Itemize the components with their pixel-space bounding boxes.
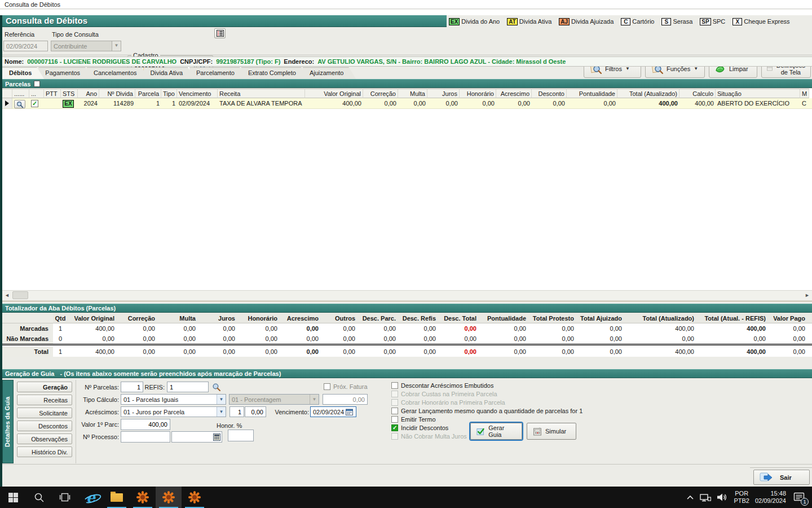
nome-value: 000007116 - LUCIENE RODRIGUES DE CARVALH… [27, 58, 176, 65]
porcentagem-num-input[interactable] [323, 394, 368, 405]
tab-ajuizamento[interactable]: Ajuizamento [303, 67, 356, 79]
legend-item-x: XCheque Express [732, 18, 789, 25]
totalizer-value: 0,00 [529, 323, 577, 334]
language-bottom: PTB2 [734, 497, 749, 505]
option-checkbox-5[interactable]: Emitir Termo [391, 416, 436, 423]
gerar-guia-button[interactable]: Gerar Guia [470, 423, 522, 440]
notification-badge: 1 [801, 498, 809, 506]
task-view-button[interactable] [52, 487, 78, 508]
totalizer-col-header: Acrescimo [281, 313, 322, 323]
acrescimos-valor-input[interactable] [245, 406, 266, 417]
guide-nav-gera-o[interactable]: Geração [17, 382, 72, 392]
sair-button[interactable]: Sair [753, 470, 810, 485]
chevron-down-icon: ▼ [310, 395, 319, 404]
legend-badge: EX [449, 18, 460, 25]
processo-input-1[interactable] [121, 431, 170, 443]
totalizer-col-header: Correção [118, 313, 158, 323]
acrescimos-qtd-input[interactable] [230, 406, 244, 417]
start-button[interactable] [0, 487, 26, 508]
guide-nav-solicitante[interactable]: Solicitante [17, 408, 72, 418]
language-indicator[interactable]: POR PTB2 [734, 490, 749, 505]
totalizer-value: 0,00 [480, 334, 529, 344]
app-button-1[interactable] [130, 487, 156, 508]
tab-extrato-completo[interactable]: Extrato Completo [241, 67, 308, 79]
legend-badge: SP [700, 18, 710, 25]
parcelas-checkbox[interactable] [34, 81, 40, 87]
row-checkbox[interactable]: ✓ [31, 100, 38, 107]
option-checkbox-3[interactable]: Cobrar Honorário na Primeira Parcela [391, 399, 505, 406]
refis-search-button[interactable] [210, 381, 222, 392]
grid-col-header: Total (Atualizado) [617, 89, 679, 98]
vencimento-input[interactable]: 02/09/2024 [310, 406, 356, 417]
app-button-2-active[interactable] [156, 487, 182, 508]
porcentagem-select[interactable]: 01 - Porcentagem ▼ [229, 394, 319, 405]
calculator-icon [213, 433, 220, 441]
windows-logo-icon [8, 493, 18, 502]
simular-button[interactable]: Simular [527, 423, 576, 440]
legend-label: SPC [713, 18, 726, 25]
chevron-up-icon[interactable] [686, 494, 694, 500]
tab-d-bitos[interactable]: Débitos [2, 67, 44, 79]
row-magnifier-button[interactable] [14, 100, 25, 108]
guide-nav-hist-rico-div-[interactable]: Histórico Div. [17, 446, 72, 457]
sair-label: Sair [780, 474, 792, 481]
option-checkbox-4[interactable]: Gerar Lançamento mesmo quando a quantida… [391, 408, 582, 414]
file-explorer-button[interactable] [104, 487, 130, 508]
tab-strip: DébitosPagamentosCancelamentosDivida Ati… [2, 67, 812, 79]
option-checkbox-7[interactable]: Não Cobrar Multa Juros [391, 433, 467, 440]
grid-properties-button[interactable] [214, 28, 226, 38]
legend-label: Divida do Ano [461, 18, 500, 25]
totalizer-col-header: Desc. Total [439, 313, 480, 323]
totalizer-table: QtdValor OriginalCorreçãoMultaJurosHonor… [2, 313, 812, 357]
tab-pagamentos[interactable]: Pagamentos [38, 67, 92, 79]
totalizer-value: 0,00 [239, 334, 281, 344]
action-center-button[interactable]: 1 [792, 490, 806, 505]
totalizer-row-label: Marcadas [2, 323, 53, 334]
valor1-input[interactable] [121, 419, 170, 430]
totalizer-value: 0,00 [529, 347, 577, 357]
page-title: Consulta de Débitos [6, 16, 87, 25]
system-tray: POR PTB2 15:48 02/09/2024 1 [686, 490, 812, 505]
honor-input[interactable] [228, 430, 254, 441]
guide-nav-observa-es[interactable]: Observações [17, 433, 72, 444]
grid-row[interactable]: ✓EX20241142891102/09/2024TAXA DE ALVARA … [2, 98, 812, 109]
tipo-consulta-label: Tipo de Consulta [52, 31, 99, 38]
clock[interactable]: 15:48 02/09/2024 [755, 490, 786, 505]
app-button-3[interactable] [182, 487, 208, 508]
scroll-right-arrow[interactable]: ► [802, 291, 812, 300]
horizontal-scrollbar[interactable]: ◄ ► [2, 290, 812, 300]
option-checkbox-6[interactable]: Incidir Descontos [391, 424, 448, 431]
grid-col-header: Situação [716, 89, 800, 98]
vencimento-value: 02/09/2024 [313, 409, 344, 415]
task-view-icon [59, 493, 70, 502]
option-checkbox-2[interactable]: Cobrar Custas na Primeira Parcela [391, 391, 497, 397]
gerar-guia-label: Gerar Guia [488, 424, 516, 438]
tab-cancelamentos[interactable]: Cancelamentos [87, 67, 149, 79]
prox-fatura-checkbox[interactable]: Próx. Fatura [324, 383, 368, 390]
totalizer-value: 0,00 [399, 347, 439, 357]
detalhes-da-guia-tab[interactable]: Detalhes da Guia [2, 380, 14, 463]
refis-input[interactable] [167, 382, 209, 392]
internet-explorer-button[interactable]: e [78, 487, 104, 508]
tab-divida-ativa[interactable]: Divida Ativa [144, 67, 195, 79]
scroll-left-arrow[interactable]: ◄ [2, 291, 12, 300]
option-checkbox-1[interactable]: Descontar Acréscimos Embutidos [391, 382, 493, 389]
tipo-calculo-select[interactable]: 01 - Parcelas Iguais ▼ [121, 394, 226, 405]
referencia-input[interactable] [3, 41, 48, 51]
chevron-down-icon: ▼ [217, 395, 226, 404]
chevron-down-icon: ▼ [112, 41, 121, 51]
taskbar-search-button[interactable] [26, 487, 52, 508]
acrescimos-select[interactable]: 01 - Juros por Parcela ▼ [121, 406, 226, 417]
network-icon[interactable] [700, 493, 711, 502]
speaker-icon[interactable] [717, 493, 728, 502]
grid-cell: 0,00 [496, 98, 532, 108]
totalizer-row-total: Total1400,000,000,000,000,000,000,000,00… [2, 347, 812, 357]
tipo-consulta-select[interactable]: Contribuinte ▼ [51, 41, 121, 51]
tab-parcelamento[interactable]: Parcelamento [189, 67, 247, 79]
guide-nav-descontos[interactable]: Descontos [17, 421, 72, 431]
num-parcelas-label: Nº Parcelas: [76, 384, 119, 391]
guide-nav-receitas[interactable]: Receitas [17, 395, 72, 405]
footer: Sair [750, 467, 812, 487]
scroll-thumb[interactable] [12, 291, 28, 299]
processo-input-2[interactable] [171, 431, 222, 443]
